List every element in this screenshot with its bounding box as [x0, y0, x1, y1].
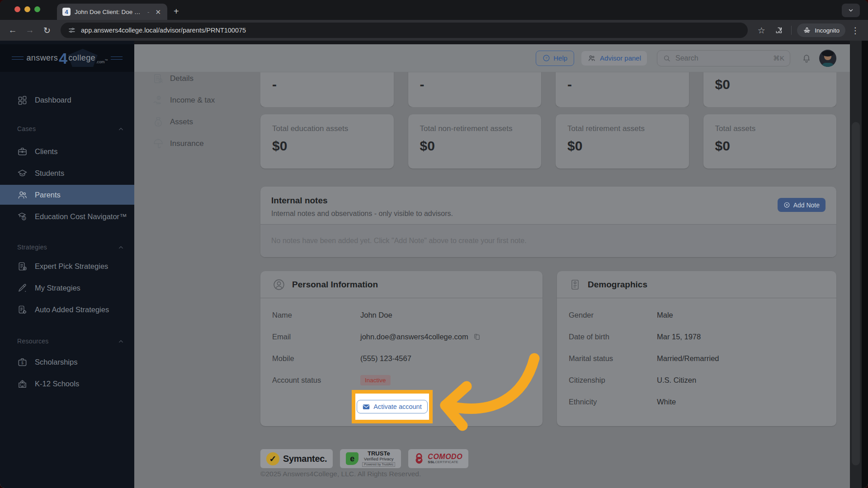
toolbar-divider — [791, 26, 792, 35]
briefcase-icon — [17, 146, 28, 157]
subnav-item-insurance[interactable]: Insurance — [152, 133, 259, 155]
reload-button[interactable]: ↻ — [40, 23, 54, 38]
client-subnav: Details $ Income & tax $ Assets Insuranc… — [152, 68, 259, 155]
advisor-panel-button[interactable]: Advisor panel — [581, 51, 647, 66]
forward-button[interactable]: → — [23, 23, 37, 38]
scrollbar-thumb[interactable] — [852, 122, 860, 465]
sidebar-item-label: Education Cost Navigator™ — [35, 212, 127, 221]
sidebar-item-label: Clients — [35, 147, 57, 156]
sidebar-section-cases[interactable]: Cases — [0, 123, 134, 134]
truste-subtitle: Verified Privacy — [364, 457, 393, 462]
activate-account-button[interactable]: Activate account — [357, 400, 427, 413]
field-value: john.doe@answers4college.com — [360, 333, 468, 341]
help-button[interactable]: ? Help — [536, 51, 574, 66]
logo-word-1: answers — [26, 53, 58, 63]
minimize-window-button[interactable] — [24, 6, 30, 12]
extensions-puzzle-icon[interactable] — [771, 23, 786, 38]
sidebar-item-label: Parents — [35, 191, 61, 199]
sidebar: answers 4 college .com™ Dashboard Cases … — [0, 41, 134, 488]
logo-suffix: .com — [96, 60, 105, 64]
pen-icon — [17, 283, 28, 293]
search-input[interactable]: Search ⌘K — [657, 50, 790, 66]
tab-title-suffix: - — [147, 9, 149, 15]
logo-line-left — [12, 56, 24, 60]
field-label: Gender — [569, 311, 657, 319]
stat-card: $0 — [703, 72, 837, 107]
stat-label: Total assets — [715, 124, 837, 133]
close-window-button[interactable] — [14, 6, 20, 12]
umbrella-icon — [152, 138, 164, 150]
info-row-account-status: Account status Inactive — [272, 373, 531, 387]
symantec-check-icon: ✓ — [266, 452, 279, 465]
browser-menu-button[interactable]: ⋮ — [848, 23, 863, 38]
field-label: Name — [272, 311, 360, 319]
sidebar-item-label: My Strategies — [35, 284, 80, 292]
stat-label: Total non-retirement assets — [420, 124, 542, 133]
sidebar-item-students[interactable]: Students — [0, 163, 134, 183]
stat-card-total-retirement-assets: Total retirement assets $0 — [556, 114, 689, 169]
sidebar-item-education-cost-navigator[interactable]: $ Education Cost Navigator™ — [0, 206, 134, 226]
new-tab-button[interactable]: + — [174, 6, 179, 17]
document-search-icon — [152, 73, 164, 84]
sidebar-item-my-strategies[interactable]: My Strategies — [0, 278, 134, 298]
stat-card: - — [408, 72, 542, 107]
zoom-window-button[interactable] — [34, 6, 40, 12]
sidebar-section-resources[interactable]: Resources — [0, 336, 134, 347]
stat-value: $0 — [715, 138, 837, 153]
stat-card: - — [260, 72, 394, 107]
logo-line-right — [111, 56, 123, 60]
comodo-title: COMODO — [428, 453, 462, 461]
tab-close-icon[interactable]: ✕ — [153, 8, 163, 16]
sidebar-item-parents[interactable]: Parents — [0, 185, 134, 205]
tab-search-chevron-button[interactable] — [842, 4, 860, 17]
field-value: Married/Remarried — [657, 354, 719, 363]
sidebar-item-auto-added-strategies[interactable]: Auto Added Strategies — [0, 300, 134, 319]
sidebar-item-expert-pick-strategies[interactable]: Expert Pick Strategies — [0, 256, 134, 276]
stat-value: - — [272, 77, 394, 92]
back-button[interactable]: ← — [5, 23, 20, 38]
sidebar-section-strategies[interactable]: Strategies — [0, 242, 134, 253]
sidebar-item-k12-schools[interactable]: K-12 Schools — [0, 374, 134, 394]
stat-value: $0 — [715, 77, 837, 92]
logo-tm: ™ — [105, 59, 108, 62]
copy-icon[interactable] — [473, 333, 481, 341]
envelope-icon — [363, 404, 370, 410]
subnav-item-assets[interactable]: $ Assets — [152, 111, 259, 133]
tab-favicon: 4 — [62, 8, 71, 16]
comodo-lock-icon — [414, 453, 424, 465]
sidebar-item-label: Auto Added Strategies — [35, 305, 109, 314]
section-label: Cases — [17, 125, 36, 132]
id-card-icon — [569, 278, 581, 291]
add-note-button[interactable]: Add Note — [778, 198, 826, 212]
subnav-label: Details — [170, 74, 193, 83]
info-row-marital-status: Marital status Married/Remarried — [569, 352, 825, 365]
person-circle-icon — [272, 278, 286, 291]
user-avatar[interactable] — [819, 50, 836, 67]
incognito-icon — [803, 26, 811, 34]
svg-text:$: $ — [23, 216, 25, 220]
sidebar-item-label: Expert Pick Strategies — [35, 262, 108, 271]
info-row-citizenship: Citizenship U.S. Citizen — [569, 373, 825, 387]
browser-window: 4 John Doe Client: Doe Family - ✕ + ← → … — [0, 0, 868, 488]
field-value: Male — [657, 311, 673, 319]
bookmark-star-icon[interactable]: ☆ — [754, 23, 769, 38]
svg-text:$: $ — [158, 96, 160, 99]
site-settings-icon[interactable] — [68, 26, 76, 34]
sidebar-item-clients[interactable]: Clients — [0, 141, 134, 161]
main-content: ? Help Advisor panel Search ⌘K — [134, 41, 868, 488]
subnav-item-income-tax[interactable]: $ Income & tax — [152, 89, 259, 111]
sidebar-item-scholarships[interactable]: $ Scholarships — [0, 352, 134, 372]
comodo-ssl: SSL — [428, 460, 435, 464]
app-logo[interactable]: answers 4 college .com™ — [0, 44, 134, 72]
demographics-title: Demographics — [588, 280, 647, 290]
scrollbar-track[interactable] — [850, 41, 862, 488]
address-bar[interactable]: app.answers4college.local/advisor/parent… — [61, 23, 748, 38]
truste-title: TRUSTe — [368, 450, 390, 457]
browser-tab[interactable]: 4 John Doe Client: Doe Family - ✕ — [57, 4, 167, 20]
comodo-badge: COMODO SSLCERTIFICATE — [408, 449, 468, 468]
field-label: Date of birth — [569, 333, 657, 341]
notifications-bell-button[interactable] — [801, 53, 812, 64]
stat-value: - — [420, 77, 542, 92]
sidebar-item-dashboard[interactable]: Dashboard — [0, 90, 134, 110]
stats-row-partial: - - - $0 — [260, 72, 836, 107]
